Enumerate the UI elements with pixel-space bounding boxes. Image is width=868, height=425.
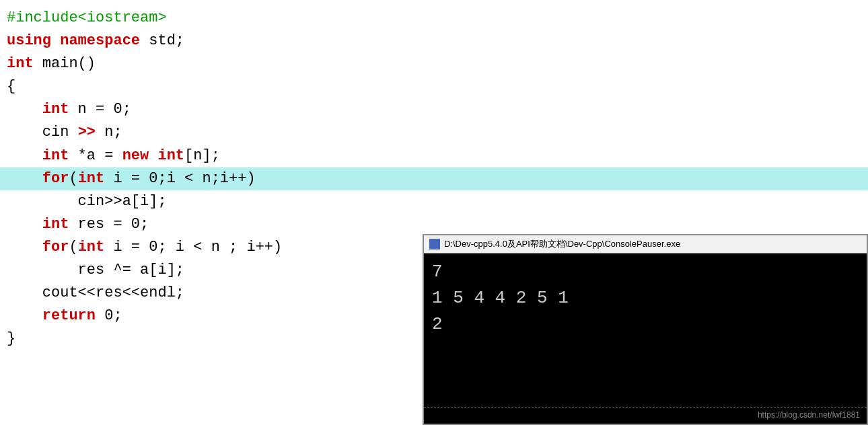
keyword-using: using xyxy=(7,32,51,49)
code-line-9: int res = 0; xyxy=(0,213,868,236)
console-output: 7 1 5 4 4 2 5 1 2 xyxy=(432,259,859,338)
console-dashed-separator xyxy=(424,407,867,408)
include-directive: #include<iostream> xyxy=(7,9,167,26)
code-line-2: int main() xyxy=(0,52,868,75)
console-line3: 2 xyxy=(432,314,443,334)
keyword-namespace: namespace xyxy=(60,32,140,49)
keyword-for-1: for xyxy=(42,170,69,187)
keyword-int-array: int xyxy=(157,147,184,164)
keyword-int-main: int xyxy=(7,55,34,72)
keyword-int-res: int xyxy=(42,216,69,233)
keyword-int-a: int xyxy=(42,147,69,164)
console-titlebar: D:\Dev-cpp5.4.0及API帮助文档\Dev-Cpp\ConsoleP… xyxy=(424,235,867,254)
console-icon xyxy=(429,239,440,249)
code-line-3: { xyxy=(0,75,868,98)
console-title: D:\Dev-cpp5.4.0及API帮助文档\Dev-Cpp\ConsoleP… xyxy=(444,238,680,250)
keyword-new: new xyxy=(122,147,149,164)
keyword-int-n: int xyxy=(42,101,69,118)
code-line-1: using namespace std; xyxy=(0,30,868,52)
keyword-for-2: for xyxy=(42,239,69,256)
code-line-4: int n = 0; xyxy=(0,98,868,121)
code-line-0: #include<iostream> xyxy=(0,7,868,30)
console-window: D:\Dev-cpp5.4.0及API帮助文档\Dev-Cpp\ConsoleP… xyxy=(423,234,868,425)
console-body: 7 1 5 4 4 2 5 1 2 https://blog.csdn.net/… xyxy=(424,254,867,424)
keyword-int-for1: int xyxy=(78,170,105,187)
keyword-return: return xyxy=(42,307,96,324)
code-line-5: cin >> n; xyxy=(0,121,868,144)
code-line-7: for(int i = 0;i < n;i++) xyxy=(0,167,868,190)
keyword-int-for2: int xyxy=(78,239,105,256)
console-watermark: https://blog.csdn.net/lwf1881 xyxy=(758,410,860,420)
code-line-6: int *a = new int[n]; xyxy=(0,145,868,167)
console-line1: 7 xyxy=(432,262,443,282)
code-line-8: cin>>a[i]; xyxy=(0,190,868,213)
console-line2: 1 5 4 4 2 5 1 xyxy=(432,288,569,308)
